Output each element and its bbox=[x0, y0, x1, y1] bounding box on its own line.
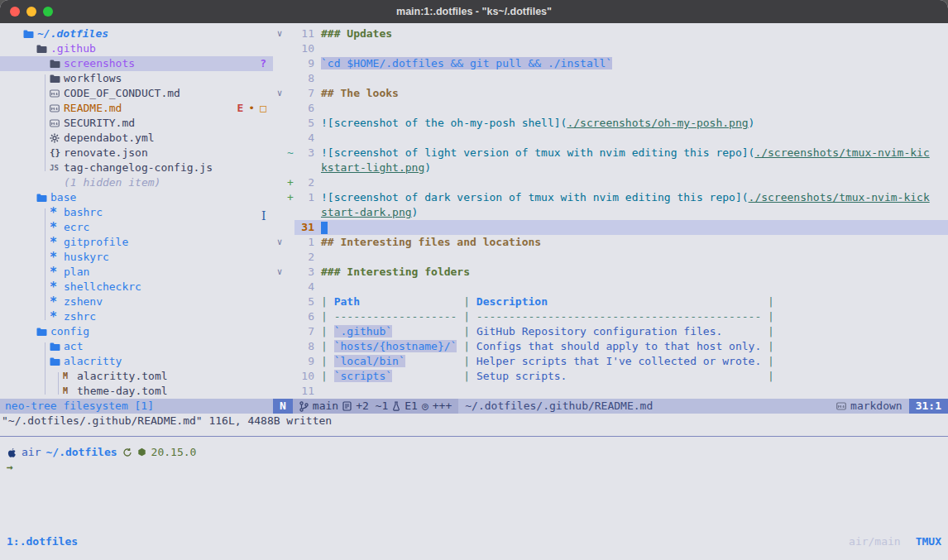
editor-line[interactable]: 7| `.github` | GitHub Repository configu… bbox=[273, 324, 948, 339]
tree-item-plan[interactable]: *plan bbox=[0, 265, 273, 280]
line-number bbox=[294, 205, 314, 220]
tree-item-security-md[interactable]: SECURITY.md bbox=[0, 116, 273, 131]
fold-column bbox=[273, 71, 286, 86]
fold-chevron-icon[interactable]: ∨ bbox=[273, 235, 286, 250]
tmux-window-item[interactable]: 1:.dotfiles bbox=[0, 534, 78, 548]
filemd-icon bbox=[50, 118, 64, 128]
syntax-url: ./screenshots/oh-my-posh.png bbox=[567, 117, 748, 129]
fold-column bbox=[273, 41, 286, 56]
editor-line[interactable]: +1![screenshot of dark version of tmux w… bbox=[273, 190, 948, 205]
editor-line[interactable]: ∨7## The looks bbox=[273, 86, 948, 101]
line-text bbox=[314, 71, 948, 86]
tree-item-zshrc[interactable]: *zshrc bbox=[0, 309, 273, 324]
line-text: | Path | Description | bbox=[314, 294, 948, 309]
syntax-url: start-dark.png bbox=[321, 206, 412, 218]
tree-item-ecrc[interactable]: *ecrc bbox=[0, 220, 273, 235]
sign-column bbox=[286, 384, 294, 399]
tree-item-act[interactable]: act bbox=[0, 339, 273, 354]
editor-line[interactable]: 6| ------------------- | ---------------… bbox=[273, 309, 948, 324]
git-branch-icon bbox=[299, 401, 309, 412]
fold-chevron-icon[interactable]: ∨ bbox=[273, 265, 286, 280]
editor-line[interactable]: 4 bbox=[273, 131, 948, 146]
line-text bbox=[314, 175, 948, 190]
tree-item-workflows[interactable]: workflows bbox=[0, 71, 273, 86]
shell-cwd: ~/.dotfiles bbox=[45, 445, 117, 460]
fold-chevron-icon[interactable]: ∨ bbox=[273, 26, 286, 41]
tree-item-label: screenshots bbox=[64, 56, 135, 71]
asterisk-icon: * bbox=[50, 283, 64, 291]
tree-item-renovate-json[interactable]: {}renovate.json bbox=[0, 146, 273, 160]
sign-column bbox=[286, 56, 294, 71]
editor-line[interactable]: 10| `scripts` | Setup scripts. | bbox=[273, 369, 948, 384]
fold-column bbox=[273, 190, 286, 205]
editor-line[interactable]: 11 bbox=[273, 384, 948, 399]
editor-line[interactable]: 6 bbox=[273, 101, 948, 116]
tmux-session-name: air/main bbox=[849, 534, 901, 548]
tree-item-dependabot-yml[interactable]: dependabot.yml bbox=[0, 131, 273, 146]
tree-item-zshenv[interactable]: *zshenv bbox=[0, 294, 273, 309]
tree-item-github[interactable]: .github bbox=[0, 41, 273, 56]
syntax-plain bbox=[360, 295, 457, 308]
editor-line[interactable]: 5![screenshot of the oh-my-posh shell](.… bbox=[273, 116, 948, 131]
tree-item-screenshots[interactable]: screenshots? bbox=[0, 56, 273, 71]
editor-line[interactable]: 9| `local/bin` | Helper scripts that I'v… bbox=[273, 354, 948, 369]
editor-line[interactable]: 5| Path | Description | bbox=[273, 294, 948, 309]
fold-chevron-icon[interactable]: ∨ bbox=[273, 86, 286, 101]
editor-line[interactable]: ∨3### Interesting folders bbox=[273, 265, 948, 280]
syntax-pipe: | bbox=[457, 340, 476, 352]
syntax-code: `hosts/{hostname}/` bbox=[334, 340, 457, 352]
tree-item-label: .github bbox=[50, 41, 96, 56]
line-number: 8 bbox=[294, 339, 314, 354]
syntax-cell: Configs that should apply to that host o… bbox=[476, 340, 761, 352]
tree-item-alacritty[interactable]: alacritty bbox=[0, 354, 273, 369]
fold-column bbox=[273, 384, 286, 399]
prompt-arrow[interactable]: → bbox=[7, 460, 13, 475]
editor-line[interactable]: ∨1## Interesting files and locations bbox=[273, 235, 948, 250]
tree-item-alacritty-toml[interactable]: Malacritty.toml bbox=[0, 369, 273, 384]
editor-line[interactable]: +2 bbox=[273, 175, 948, 190]
editor-line[interactable]: ~3![screenshot of light version of tmux … bbox=[273, 146, 948, 160]
editor-line[interactable]: ∨11### Updates bbox=[273, 26, 948, 41]
editor-line[interactable]: 9`cd $HOME/.dotfiles && git pull && ./in… bbox=[273, 56, 948, 71]
editor-line[interactable]: 4 bbox=[273, 280, 948, 294]
editor-line[interactable]: 8 bbox=[273, 71, 948, 86]
pane-divider[interactable] bbox=[0, 436, 948, 437]
editor-line[interactable]: kstart-light.png) bbox=[273, 160, 948, 175]
node-version: 20.15.0 bbox=[151, 445, 197, 460]
tree-item-bashrc[interactable]: *bashrc bbox=[0, 205, 273, 220]
filemd-icon bbox=[50, 89, 64, 98]
tree-item-dotfiles[interactable]: ~/.dotfiles bbox=[0, 26, 273, 41]
tree-item-config[interactable]: config bbox=[0, 324, 273, 339]
tree-item-label: shellcheckrc bbox=[64, 280, 141, 294]
editor-line[interactable]: 8| `hosts/{hostname}/` | Configs that sh… bbox=[273, 339, 948, 354]
tree-item-code-of-conduct-md[interactable]: CODE_OF_CONDUCT.md bbox=[0, 86, 273, 101]
editor-line[interactable]: 31 bbox=[273, 220, 948, 235]
syntax-pipe: | bbox=[321, 310, 334, 323]
line-text: ![screenshot of dark version of tmux wit… bbox=[314, 190, 948, 205]
tree-item-huskyrc[interactable]: *huskyrc bbox=[0, 250, 273, 265]
line-text: | `local/bin` | Helper scripts that I've… bbox=[314, 354, 948, 369]
folder-icon bbox=[36, 194, 50, 203]
tree-item-base[interactable]: base bbox=[0, 190, 273, 205]
line-text bbox=[314, 41, 948, 56]
editor-line[interactable]: start-dark.png) bbox=[273, 205, 948, 220]
tree-item-shellcheckrc[interactable]: *shellcheckrc bbox=[0, 280, 273, 294]
syntax-pipe: | bbox=[321, 325, 334, 337]
syntax-pipe: | bbox=[457, 370, 476, 382]
editor-buffer: ∨11### Updates109`cd $HOME/.dotfiles && … bbox=[273, 26, 948, 399]
tree-item-gitprofile[interactable]: *gitprofile bbox=[0, 235, 273, 250]
tree-item-tag-changelog-config-js[interactable]: JStag-changelog-config.js bbox=[0, 160, 273, 175]
tmux-status-bar: 1:.dotfiles air/main TMUX bbox=[0, 534, 948, 548]
sign-column bbox=[286, 354, 294, 369]
syntax-plain bbox=[548, 295, 761, 308]
editor-line[interactable]: 10 bbox=[273, 41, 948, 56]
tree-item-1-hidden-item[interactable]: (1 hidden item) bbox=[0, 175, 273, 190]
sign-column bbox=[286, 369, 294, 384]
editor-line[interactable]: 2 bbox=[273, 250, 948, 265]
syntax-md: ![screenshot of light version of tmux wi… bbox=[321, 146, 754, 159]
line-text: ![screenshot of the oh-my-posh shell](./… bbox=[314, 116, 948, 131]
title-bar: main:1:.dotfiles - "ks~/.dotfiles" bbox=[0, 0, 948, 23]
syntax-th: Description bbox=[476, 295, 548, 308]
tree-item-readme-md[interactable]: README.mdE•□ bbox=[0, 101, 273, 116]
tree-item-theme-day-toml[interactable]: Mtheme-day.toml bbox=[0, 384, 273, 399]
